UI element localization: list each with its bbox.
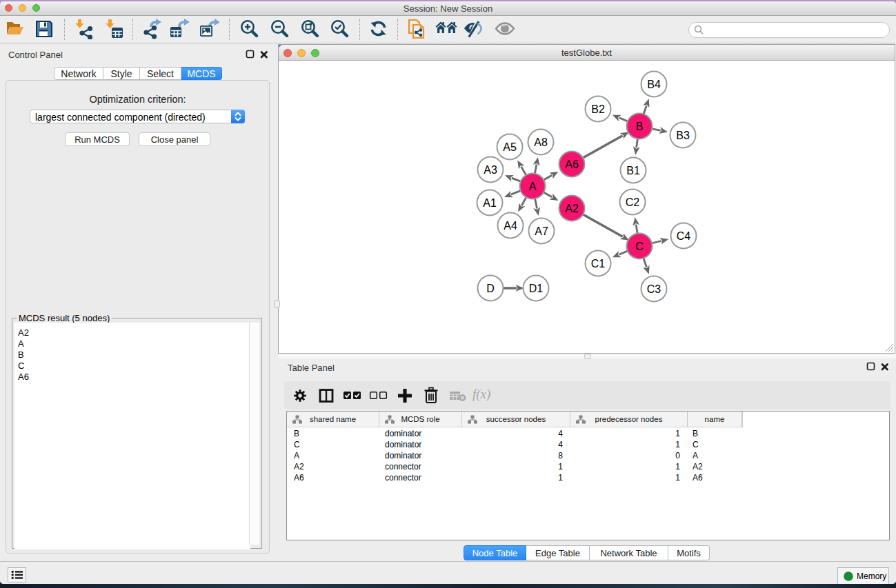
svg-text:A7: A7 — [535, 225, 548, 237]
svg-text:B: B — [636, 121, 644, 132]
svg-text:C3: C3 — [647, 283, 661, 295]
svg-text:B2: B2 — [591, 103, 605, 115]
svg-text:A1: A1 — [483, 197, 497, 209]
svg-text:D1: D1 — [529, 283, 544, 294]
svg-text:C1: C1 — [591, 258, 606, 270]
svg-text:B1: B1 — [626, 165, 640, 176]
svg-text:A4: A4 — [504, 220, 517, 232]
svg-text:A5: A5 — [503, 141, 517, 153]
svg-text:B3: B3 — [676, 130, 690, 141]
svg-text:B4: B4 — [647, 79, 661, 90]
svg-text:C2: C2 — [626, 196, 640, 208]
svg-text:D: D — [486, 283, 495, 294]
svg-text:A6: A6 — [565, 159, 579, 170]
svg-text:C: C — [635, 241, 644, 252]
svg-text:C4: C4 — [677, 230, 691, 242]
svg-text:A2: A2 — [565, 203, 579, 214]
svg-text:A8: A8 — [534, 136, 548, 148]
svg-text:A: A — [529, 181, 537, 192]
svg-text:A3: A3 — [484, 164, 497, 176]
